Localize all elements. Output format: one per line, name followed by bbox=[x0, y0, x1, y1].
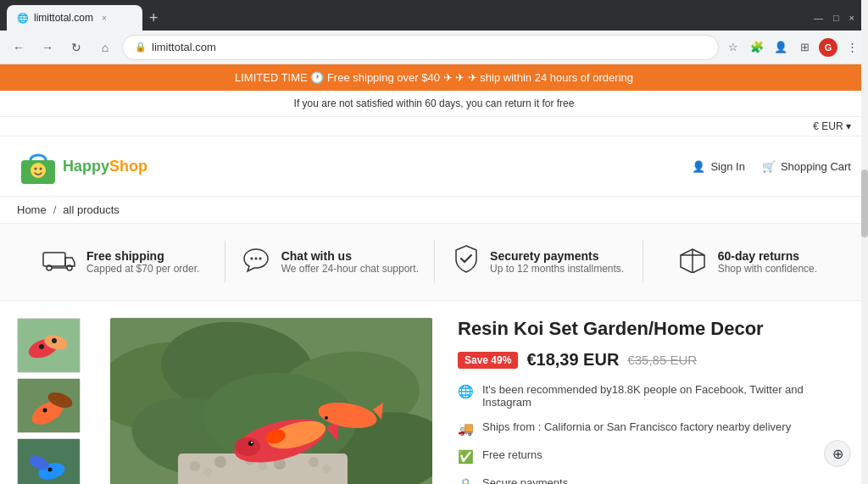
product-main-image[interactable] bbox=[110, 318, 432, 484]
svg-point-45 bbox=[292, 466, 301, 475]
feature-free-shipping: Free shipping Capped at $70 per order. bbox=[17, 241, 225, 283]
header-right: 👤 Sign In 🛒 Shopping Cart bbox=[692, 160, 851, 173]
svg-point-52 bbox=[248, 441, 253, 446]
account-icon[interactable]: 👤 bbox=[771, 38, 790, 57]
lock-icon: 🔒 bbox=[458, 477, 474, 484]
svg-point-1 bbox=[31, 163, 46, 178]
feature-shipping-desc: Capped at $70 per order. bbox=[86, 263, 199, 275]
breadcrumb-products[interactable]: all products bbox=[63, 203, 119, 216]
svg-point-40 bbox=[214, 456, 226, 468]
svg-point-53 bbox=[251, 442, 253, 443]
feature-secure-text: Secure payments bbox=[482, 476, 568, 484]
shopping-cart-link[interactable]: 🛒 Shopping Cart bbox=[762, 160, 851, 173]
product-thumbnails bbox=[17, 318, 85, 484]
back-button[interactable]: ← bbox=[7, 36, 31, 59]
browser-toolbar: ← → ↻ ⌂ 🔒 limittotal.com ☆ 🧩 👤 ⊞ G ⋮ bbox=[0, 31, 868, 64]
maximize-button[interactable]: □ bbox=[833, 13, 839, 23]
url-text: limittotal.com bbox=[152, 41, 216, 53]
forward-button[interactable]: → bbox=[36, 36, 59, 59]
features-bar: Free shipping Capped at $70 per order. C… bbox=[0, 224, 868, 301]
svg-point-46 bbox=[309, 457, 319, 467]
svg-point-9 bbox=[254, 257, 257, 259]
box-icon bbox=[677, 246, 708, 279]
promo-text: LIMITED TIME 🕐 Free shipping over $40 ✈ … bbox=[235, 71, 633, 84]
thumbnail-3[interactable] bbox=[17, 438, 81, 484]
address-bar[interactable]: 🔒 limittotal.com bbox=[122, 35, 719, 60]
logo[interactable]: HappyShop bbox=[17, 145, 147, 187]
svg-point-8 bbox=[250, 257, 253, 259]
browser-chrome: 🌐 limittotal.com × + — □ × ← → ↻ ⌂ 🔒 lim… bbox=[0, 0, 868, 64]
breadcrumb-home[interactable]: Home bbox=[17, 203, 47, 216]
feature-shipping-text: Free shipping Capped at $70 per order. bbox=[86, 249, 199, 275]
svg-point-3 bbox=[40, 168, 42, 170]
svg-rect-4 bbox=[43, 253, 65, 266]
feature-social-text: It's been recommended by18.8K people on … bbox=[482, 383, 851, 409]
breadcrumb: Home / all products bbox=[0, 197, 868, 224]
sign-in-link[interactable]: 👤 Sign In bbox=[692, 160, 744, 173]
feature-ships-text: Ships from : California or San Francisco… bbox=[482, 420, 791, 433]
window-controls: — □ × bbox=[814, 13, 861, 23]
feature-free-returns: ✅ Free returns bbox=[458, 447, 851, 466]
save-badge: Save 49% bbox=[458, 352, 518, 369]
svg-point-43 bbox=[259, 462, 267, 470]
extensions-icon[interactable]: 🧩 bbox=[748, 38, 766, 57]
scrollbar[interactable] bbox=[861, 0, 868, 484]
feature-returns: 60-day returns Shop with confidence. bbox=[643, 241, 851, 283]
chat-icon bbox=[241, 246, 271, 279]
home-button[interactable]: ⌂ bbox=[93, 36, 117, 59]
feature-secure: 🔒 Secure payments bbox=[458, 475, 851, 484]
satisfaction-bar: If you are not satisfied within 60 days,… bbox=[0, 91, 868, 117]
bottom-right-icon[interactable]: ⊕ bbox=[824, 440, 851, 467]
shield-icon bbox=[453, 244, 480, 281]
promo-banner: LIMITED TIME 🕐 Free shipping over $40 ✈ … bbox=[0, 64, 868, 91]
lock-icon: 🔒 bbox=[135, 42, 147, 53]
feature-payments-desc: Up to 12 months installments. bbox=[490, 263, 624, 275]
browser-tabbar: 🌐 limittotal.com × + — □ × bbox=[0, 0, 868, 31]
grid-icon[interactable]: ⊞ bbox=[795, 38, 814, 57]
feature-payments-text: Securety payments Up to 12 months instal… bbox=[490, 249, 624, 275]
toolbar-right: ☆ 🧩 👤 ⊞ G ⋮ bbox=[724, 38, 861, 57]
truck-icon bbox=[42, 246, 76, 279]
site-header: HappyShop 👤 Sign In 🛒 Shopping Cart bbox=[0, 136, 868, 197]
price-row: Save 49% €18,39 EUR €35,85 EUR bbox=[458, 350, 851, 370]
currency-bar: € EUR ▾ bbox=[0, 117, 868, 136]
checkmark-icon: ✅ bbox=[458, 449, 474, 465]
page-content: LIMITED TIME 🕐 Free shipping over $40 ✈ … bbox=[0, 64, 868, 484]
menu-icon[interactable]: ⋮ bbox=[843, 38, 861, 57]
feature-chat-desc: We offer 24-hour chat support. bbox=[281, 263, 419, 275]
close-button[interactable]: × bbox=[849, 13, 854, 23]
svg-point-57 bbox=[325, 416, 328, 420]
new-tab-button[interactable]: + bbox=[142, 9, 165, 27]
feature-chat-text: Chat with us We offer 24-hour chat suppo… bbox=[281, 249, 419, 275]
feature-chat-title: Chat with us bbox=[281, 249, 419, 263]
scrollbar-thumb[interactable] bbox=[861, 170, 868, 237]
minimize-button[interactable]: — bbox=[814, 13, 823, 23]
svg-point-38 bbox=[190, 461, 200, 471]
feature-returns-desc: Shop with confidence. bbox=[718, 263, 817, 275]
tab-close-button[interactable]: × bbox=[102, 14, 107, 23]
profile-icon[interactable]: G bbox=[819, 38, 837, 57]
product-title: Resin Koi Set Garden/Home Decor bbox=[458, 318, 851, 340]
product-features-list: 🌐 It's been recommended by18.8K people o… bbox=[458, 381, 851, 484]
svg-point-17 bbox=[52, 338, 57, 343]
svg-point-51 bbox=[235, 437, 260, 456]
logo-text: HappyShop bbox=[63, 158, 147, 175]
feature-payments-title: Securety payments bbox=[490, 249, 624, 263]
help-icon: ⊕ bbox=[832, 446, 843, 462]
feature-ships: 🚚 Ships from : California or San Francis… bbox=[458, 419, 851, 438]
product-info: Resin Koi Set Garden/Home Decor Save 49%… bbox=[458, 318, 851, 484]
thumbnail-2[interactable] bbox=[17, 378, 81, 433]
tab-title: limittotal.com bbox=[34, 12, 93, 24]
product-section: Resin Koi Set Garden/Home Decor Save 49%… bbox=[0, 301, 868, 484]
delivery-icon: 🚚 bbox=[458, 421, 474, 437]
currency-selector[interactable]: € EUR ▾ bbox=[813, 120, 851, 132]
breadcrumb-separator: / bbox=[53, 203, 57, 216]
bookmark-icon[interactable]: ☆ bbox=[724, 38, 743, 57]
reload-button[interactable]: ↻ bbox=[64, 36, 88, 59]
svg-point-21 bbox=[43, 409, 47, 413]
globe-icon: 🌐 bbox=[458, 384, 474, 399]
current-price: €18,39 EUR bbox=[526, 350, 619, 370]
active-tab[interactable]: 🌐 limittotal.com × bbox=[7, 5, 142, 31]
feature-social: 🌐 It's been recommended by18.8K people o… bbox=[458, 381, 851, 410]
thumbnail-1[interactable] bbox=[17, 318, 81, 373]
